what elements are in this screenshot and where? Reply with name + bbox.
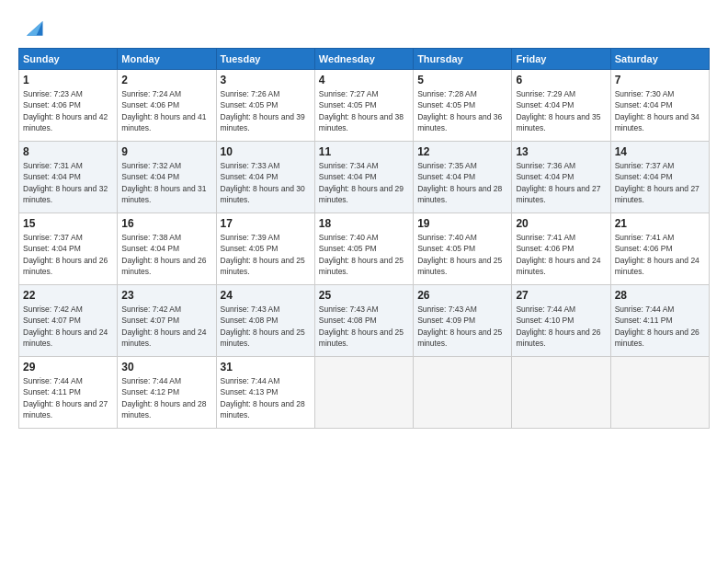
calendar-cell [314,357,413,429]
day-info: Sunrise: 7:35 AMSunset: 4:04 PMDaylight:… [417,160,507,205]
calendar-weekday-saturday: Saturday [610,49,709,70]
calendar-cell: 29Sunrise: 7:44 AMSunset: 4:11 PMDayligh… [19,357,118,429]
day-info: Sunrise: 7:40 AMSunset: 4:05 PMDaylight:… [319,232,409,277]
day-info: Sunrise: 7:37 AMSunset: 4:04 PMDaylight:… [615,160,705,205]
calendar-cell: 28Sunrise: 7:44 AMSunset: 4:11 PMDayligh… [610,285,709,357]
day-info: Sunrise: 7:41 AMSunset: 4:06 PMDaylight:… [615,232,705,277]
day-info: Sunrise: 7:43 AMSunset: 4:09 PMDaylight:… [417,304,507,349]
day-number: 9 [121,145,211,158]
day-info: Sunrise: 7:32 AMSunset: 4:04 PMDaylight:… [121,160,211,205]
day-number: 1 [23,74,113,86]
day-number: 14 [615,145,705,158]
day-info: Sunrise: 7:28 AMSunset: 4:05 PMDaylight:… [417,88,507,133]
day-info: Sunrise: 7:29 AMSunset: 4:04 PMDaylight:… [516,88,606,133]
day-info: Sunrise: 7:27 AMSunset: 4:05 PMDaylight:… [319,88,409,133]
day-info: Sunrise: 7:33 AMSunset: 4:04 PMDaylight:… [221,160,311,205]
day-number: 8 [23,145,113,158]
day-info: Sunrise: 7:43 AMSunset: 4:08 PMDaylight:… [221,304,311,349]
calendar-cell: 31Sunrise: 7:44 AMSunset: 4:13 PMDayligh… [216,357,314,429]
day-info: Sunrise: 7:43 AMSunset: 4:08 PMDaylight:… [319,304,409,349]
calendar-cell: 14Sunrise: 7:37 AMSunset: 4:04 PMDayligh… [610,142,709,213]
day-number: 26 [417,289,507,302]
day-number: 25 [319,289,409,302]
calendar-cell: 1Sunrise: 7:23 AMSunset: 4:06 PMDaylight… [19,70,118,142]
day-info: Sunrise: 7:26 AMSunset: 4:05 PMDaylight:… [221,88,311,133]
day-info: Sunrise: 7:34 AMSunset: 4:04 PMDaylight:… [319,160,409,205]
calendar-body: 1Sunrise: 7:23 AMSunset: 4:06 PMDaylight… [19,70,710,429]
day-number: 4 [319,74,409,86]
calendar-cell: 5Sunrise: 7:28 AMSunset: 4:05 PMDaylight… [414,70,512,142]
day-number: 7 [615,74,705,86]
day-number: 23 [121,289,211,302]
calendar-cell [512,357,610,429]
calendar-week-row: 1Sunrise: 7:23 AMSunset: 4:06 PMDaylight… [19,70,710,142]
calendar-header-row: SundayMondayTuesdayWednesdayThursdayFrid… [19,49,710,70]
day-number: 10 [221,145,311,158]
day-info: Sunrise: 7:24 AMSunset: 4:06 PMDaylight:… [121,88,211,133]
calendar-cell: 4Sunrise: 7:27 AMSunset: 4:05 PMDaylight… [314,70,413,142]
calendar-cell: 3Sunrise: 7:26 AMSunset: 4:05 PMDaylight… [216,70,314,142]
calendar-cell: 21Sunrise: 7:41 AMSunset: 4:06 PMDayligh… [610,213,709,285]
day-info: Sunrise: 7:42 AMSunset: 4:07 PMDaylight:… [121,304,211,349]
day-info: Sunrise: 7:36 AMSunset: 4:04 PMDaylight:… [516,160,606,205]
day-info: Sunrise: 7:42 AMSunset: 4:07 PMDaylight:… [23,304,113,349]
day-number: 2 [121,74,211,86]
calendar-cell: 17Sunrise: 7:39 AMSunset: 4:05 PMDayligh… [216,213,314,285]
calendar-cell: 16Sunrise: 7:38 AMSunset: 4:04 PMDayligh… [118,213,216,285]
day-number: 6 [516,74,606,86]
day-number: 29 [23,361,113,373]
day-number: 31 [221,361,311,373]
day-info: Sunrise: 7:37 AMSunset: 4:04 PMDaylight:… [23,232,113,277]
header [18,15,710,40]
logo [18,15,46,40]
day-info: Sunrise: 7:44 AMSunset: 4:11 PMDaylight:… [615,304,705,349]
calendar-cell: 10Sunrise: 7:33 AMSunset: 4:04 PMDayligh… [216,142,314,213]
day-number: 24 [221,289,311,302]
day-info: Sunrise: 7:44 AMSunset: 4:13 PMDaylight:… [221,375,311,420]
calendar-cell: 11Sunrise: 7:34 AMSunset: 4:04 PMDayligh… [314,142,413,213]
calendar-cell [414,357,512,429]
calendar-cell: 24Sunrise: 7:43 AMSunset: 4:08 PMDayligh… [216,285,314,357]
calendar-cell: 15Sunrise: 7:37 AMSunset: 4:04 PMDayligh… [19,213,118,285]
day-number: 3 [221,74,311,86]
calendar-week-row: 22Sunrise: 7:42 AMSunset: 4:07 PMDayligh… [19,285,710,357]
day-info: Sunrise: 7:44 AMSunset: 4:10 PMDaylight:… [516,304,606,349]
calendar-cell: 2Sunrise: 7:24 AMSunset: 4:06 PMDaylight… [118,70,216,142]
calendar-cell: 18Sunrise: 7:40 AMSunset: 4:05 PMDayligh… [314,213,413,285]
page: SundayMondayTuesdayWednesdayThursdayFrid… [0,0,728,563]
day-info: Sunrise: 7:44 AMSunset: 4:11 PMDaylight:… [23,375,113,420]
calendar-cell: 13Sunrise: 7:36 AMSunset: 4:04 PMDayligh… [512,142,610,213]
day-number: 15 [23,217,113,230]
calendar-cell: 19Sunrise: 7:40 AMSunset: 4:05 PMDayligh… [414,213,512,285]
day-number: 19 [417,217,507,230]
calendar-cell: 26Sunrise: 7:43 AMSunset: 4:09 PMDayligh… [414,285,512,357]
day-info: Sunrise: 7:38 AMSunset: 4:04 PMDaylight:… [121,232,211,277]
day-number: 21 [615,217,705,230]
calendar-table: SundayMondayTuesdayWednesdayThursdayFrid… [18,48,710,429]
day-info: Sunrise: 7:30 AMSunset: 4:04 PMDaylight:… [615,88,705,133]
calendar-weekday-friday: Friday [512,49,610,70]
calendar-weekday-sunday: Sunday [19,49,118,70]
day-number: 28 [615,289,705,302]
calendar-cell: 20Sunrise: 7:41 AMSunset: 4:06 PMDayligh… [512,213,610,285]
calendar-cell: 9Sunrise: 7:32 AMSunset: 4:04 PMDaylight… [118,142,216,213]
day-info: Sunrise: 7:23 AMSunset: 4:06 PMDaylight:… [23,88,113,133]
day-info: Sunrise: 7:31 AMSunset: 4:04 PMDaylight:… [23,160,113,205]
day-number: 22 [23,289,113,302]
calendar-cell: 22Sunrise: 7:42 AMSunset: 4:07 PMDayligh… [19,285,118,357]
day-number: 17 [221,217,311,230]
calendar-cell: 12Sunrise: 7:35 AMSunset: 4:04 PMDayligh… [414,142,512,213]
calendar-weekday-tuesday: Tuesday [216,49,314,70]
calendar-cell: 25Sunrise: 7:43 AMSunset: 4:08 PMDayligh… [314,285,413,357]
day-number: 13 [516,145,606,158]
calendar-cell [610,357,709,429]
logo-icon [20,15,46,40]
calendar-weekday-thursday: Thursday [414,49,512,70]
calendar-week-row: 8Sunrise: 7:31 AMSunset: 4:04 PMDaylight… [19,142,710,213]
calendar-weekday-monday: Monday [118,49,216,70]
day-number: 16 [121,217,211,230]
day-number: 30 [121,361,211,373]
day-number: 12 [417,145,507,158]
calendar-cell: 23Sunrise: 7:42 AMSunset: 4:07 PMDayligh… [118,285,216,357]
calendar-weekday-wednesday: Wednesday [314,49,413,70]
